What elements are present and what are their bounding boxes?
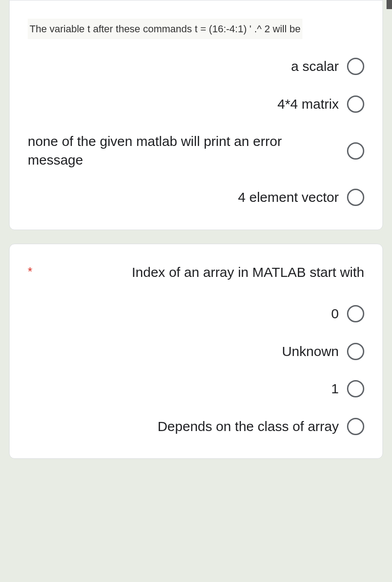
question-card-1: The variable t after these commands t = …: [9, 0, 383, 230]
question-2-prompt: Index of an array in MATLAB start with: [41, 262, 364, 282]
option-label: 4 element vector: [28, 188, 339, 207]
question-2-options: 0 Unknown 1 Depends on the class of arra…: [28, 305, 364, 436]
option-0[interactable]: 0: [28, 305, 364, 323]
radio-icon[interactable]: [347, 305, 364, 322]
radio-icon[interactable]: [347, 380, 364, 397]
option-label: a scalar: [28, 57, 339, 76]
radio-icon[interactable]: [347, 418, 364, 435]
scrollbar-hint[interactable]: [387, 0, 392, 9]
question-1-prompt: The variable t after these commands t = …: [28, 19, 302, 39]
option-4-element-vector[interactable]: 4 element vector: [28, 188, 364, 207]
radio-icon[interactable]: [347, 142, 364, 160]
option-label: 1: [28, 380, 339, 398]
radio-icon[interactable]: [347, 343, 364, 360]
option-4x4-matrix[interactable]: 4*4 matrix: [28, 95, 364, 114]
option-a-scalar[interactable]: a scalar: [28, 57, 364, 76]
option-unknown[interactable]: Unknown: [28, 342, 364, 361]
required-asterisk: *: [28, 262, 32, 280]
radio-icon[interactable]: [347, 95, 364, 113]
radio-icon[interactable]: [347, 189, 364, 206]
option-label: Unknown: [28, 342, 339, 361]
question-2-header: * Index of an array in MATLAB start with: [28, 262, 364, 305]
question-1-options: a scalar 4*4 matrix none of the given ma…: [28, 57, 364, 207]
option-label: 4*4 matrix: [28, 95, 339, 114]
radio-icon[interactable]: [347, 58, 364, 75]
option-label: none of the given matlab will print an e…: [28, 132, 339, 169]
option-none-error[interactable]: none of the given matlab will print an e…: [28, 132, 364, 169]
question-card-2: * Index of an array in MATLAB start with…: [9, 244, 383, 459]
option-depends-class[interactable]: Depends on the class of array: [28, 417, 364, 436]
option-1[interactable]: 1: [28, 380, 364, 398]
option-label: 0: [28, 305, 339, 323]
option-label: Depends on the class of array: [28, 417, 339, 436]
